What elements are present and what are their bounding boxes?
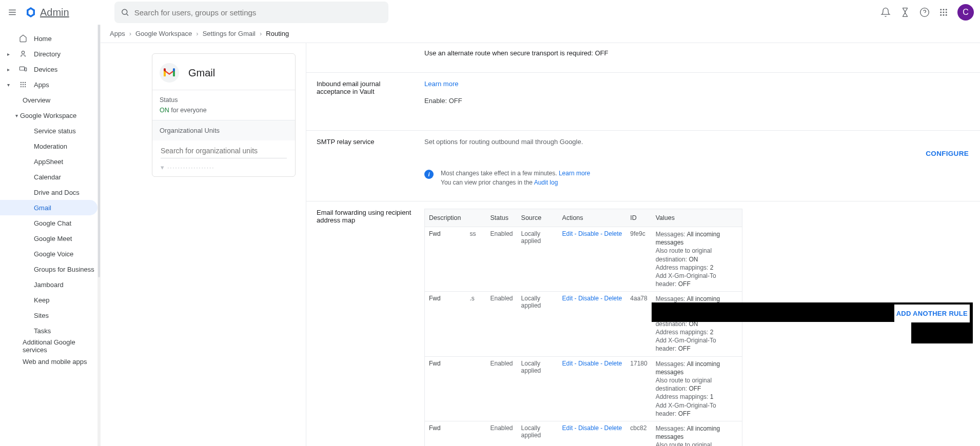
svg-point-13	[940, 14, 942, 16]
breadcrumb: Apps › Google Workspace › Settings for G…	[101, 25, 980, 43]
disable-link[interactable]: Disable	[578, 230, 599, 237]
sidebar-item-home[interactable]: Home	[0, 31, 97, 46]
search-input[interactable]	[134, 8, 382, 17]
sidebar-item-keep[interactable]: Keep	[0, 292, 97, 308]
alt-route-row: Use an alternate route when secure trans…	[317, 43, 970, 69]
service-title: Gmail	[188, 67, 215, 79]
sidebar-item-web-mobile-apps[interactable]: Web and mobile apps	[0, 354, 97, 369]
sidebar-item-sites[interactable]: Sites	[0, 308, 97, 323]
table-row: FwdEnabledLocally appliedEdit - Disable …	[425, 356, 742, 421]
sidebar: Home ▸Directory ▸Devices ▾Apps Overview …	[0, 25, 97, 446]
sidebar-item-google-voice[interactable]: Google Voice	[0, 246, 97, 261]
top-bar: Admin C	[0, 0, 980, 25]
account-avatar[interactable]: C	[957, 4, 974, 21]
svg-point-23	[23, 84, 24, 85]
breadcrumb-gws[interactable]: Google Workspace	[135, 30, 192, 37]
sidebar-item-google-workspace[interactable]: Google Workspace	[0, 108, 97, 123]
configure-button[interactable]: CONFIGURE	[317, 146, 970, 164]
chevron-right-icon: ▸	[7, 67, 12, 72]
bell-icon[interactable]	[880, 7, 891, 17]
disable-link[interactable]: Disable	[578, 424, 599, 432]
sidebar-item-overview[interactable]: Overview	[0, 92, 97, 108]
sidebar-item-gmail[interactable]: Gmail	[0, 200, 97, 215]
sidebar-item-drive-and-docs[interactable]: Drive and Docs	[0, 185, 97, 200]
svg-point-25	[21, 86, 22, 87]
delete-link[interactable]: Delete	[604, 230, 622, 237]
sidebar-item-google-chat[interactable]: Google Chat	[0, 215, 97, 231]
add-another-rule-button[interactable]: ADD ANOTHER RULE	[894, 305, 970, 322]
smtp-row: SMTP relay service Set options for routi…	[317, 131, 970, 146]
svg-line-4	[127, 14, 128, 15]
svg-point-16	[22, 51, 24, 54]
breadcrumb-settings[interactable]: Settings for Gmail	[203, 30, 256, 37]
status-label: Status	[160, 96, 288, 104]
admin-logo[interactable]: Admin	[25, 6, 69, 18]
svg-point-26	[23, 86, 24, 87]
disable-link[interactable]: Disable	[578, 295, 599, 302]
content-area: Apps › Google Workspace › Settings for G…	[101, 25, 980, 446]
sidebar-item-tasks[interactable]: Tasks	[0, 323, 97, 338]
svg-point-8	[943, 9, 945, 10]
svg-point-11	[943, 12, 945, 13]
person-icon	[18, 49, 28, 58]
sidebar-item-calendar[interactable]: Calendar	[0, 169, 97, 185]
help-icon[interactable]	[919, 7, 930, 17]
status-section: Status ON for everyone	[152, 90, 295, 120]
forwarding-table: Description Status Source Actions ID Val…	[424, 209, 970, 446]
vault-learn-more-link[interactable]: Learn more	[424, 80, 458, 88]
svg-point-3	[122, 9, 127, 14]
redaction-box-2	[911, 322, 973, 343]
sidebar-item-jamboard[interactable]: Jamboard	[0, 277, 97, 292]
ou-header: Organizational Units	[152, 120, 295, 140]
svg-point-9	[946, 9, 947, 10]
sidebar-item-appsheet[interactable]: AppSheet	[0, 154, 97, 169]
delete-link[interactable]: Delete	[604, 424, 622, 432]
gmail-icon	[160, 63, 179, 83]
vault-row: Inbound email journal acceptance in Vaul…	[317, 73, 970, 112]
status-on-value: ON	[160, 107, 169, 114]
svg-point-27	[25, 86, 26, 87]
info-banner-smtp: i Most changes take effect in a few minu…	[424, 167, 970, 198]
svg-point-5	[920, 8, 929, 17]
sidebar-item-groups-business[interactable]: Groups for Business	[0, 261, 97, 277]
delete-link[interactable]: Delete	[604, 360, 622, 367]
apps-grid-icon[interactable]	[939, 8, 948, 17]
sidebar-item-devices[interactable]: ▸Devices	[0, 62, 97, 77]
info-icon: i	[424, 170, 434, 179]
breadcrumb-routing: Routing	[266, 30, 289, 37]
global-search[interactable]	[114, 2, 388, 23]
ou-search-input[interactable]: Search for organizational units	[161, 144, 287, 158]
sidebar-item-apps[interactable]: ▾Apps	[0, 77, 97, 92]
chevron-down-icon: ▾	[161, 164, 164, 171]
sidebar-item-moderation[interactable]: Moderation	[0, 138, 97, 154]
svg-point-22	[21, 84, 22, 85]
apps-icon	[18, 80, 28, 89]
edit-link[interactable]: Edit	[562, 295, 573, 302]
scroll-divider	[97, 25, 101, 446]
service-card: Gmail Status ON for everyone Organizatio…	[152, 53, 296, 177]
svg-point-20	[23, 82, 24, 83]
sidebar-item-directory[interactable]: ▸Directory	[0, 46, 97, 62]
svg-point-24	[25, 84, 26, 85]
sidebar-item-google-meet[interactable]: Google Meet	[0, 231, 97, 246]
ou-tree-toggle[interactable]: ▾··················	[152, 158, 295, 176]
top-icons: C	[880, 4, 974, 21]
breadcrumb-apps[interactable]: Apps	[110, 30, 125, 37]
sidebar-item-service-status[interactable]: Service status	[0, 123, 97, 138]
svg-rect-18	[25, 68, 26, 71]
learn-more-link[interactable]: Learn more	[559, 170, 590, 177]
edit-link[interactable]: Edit	[562, 424, 573, 432]
audit-log-link[interactable]: Audit log	[534, 179, 558, 186]
hamburger-menu-icon[interactable]	[6, 6, 18, 18]
hourglass-icon[interactable]	[900, 7, 910, 17]
svg-rect-17	[19, 67, 24, 70]
edit-link[interactable]: Edit	[562, 230, 573, 237]
table-row: FwdEnabledLocally appliedEdit - Disable …	[425, 421, 742, 446]
sidebar-item-additional-services[interactable]: Additional Google services	[0, 338, 97, 354]
svg-point-14	[943, 14, 945, 16]
disable-link[interactable]: Disable	[578, 360, 599, 367]
edit-link[interactable]: Edit	[562, 360, 573, 367]
hexagon-icon	[25, 6, 37, 18]
delete-link[interactable]: Delete	[604, 295, 622, 302]
devices-icon	[18, 65, 28, 74]
